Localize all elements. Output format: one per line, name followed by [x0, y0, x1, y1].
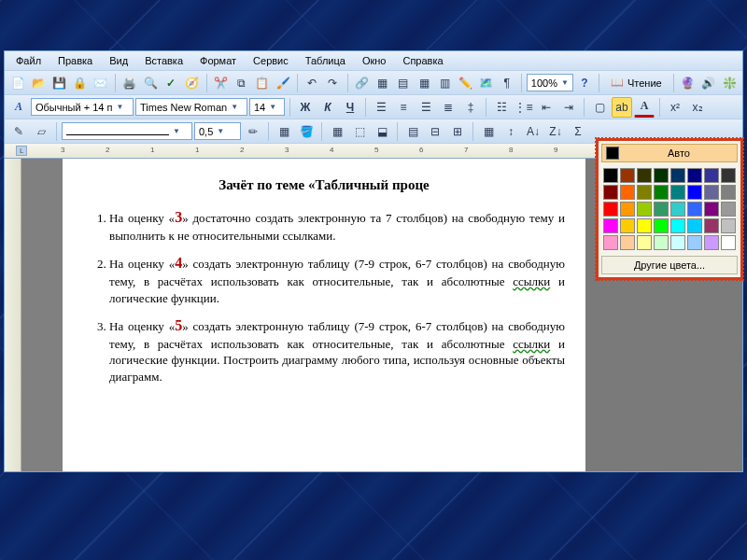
color-swatch[interactable] [670, 168, 685, 183]
open-button[interactable]: 📂 [29, 73, 48, 93]
autosum-button[interactable]: Σ [568, 121, 588, 142]
insert-excel-button[interactable]: ▦ [415, 73, 433, 93]
color-swatch[interactable] [687, 168, 702, 183]
color-swatch[interactable] [620, 168, 635, 183]
tables-borders-button[interactable]: ▦ [374, 73, 392, 93]
color-swatch[interactable] [704, 185, 719, 200]
style-combo[interactable]: Обычный + 14 п ▼ [31, 98, 134, 116]
menu-insert[interactable]: Вставка [137, 53, 190, 68]
color-swatch[interactable] [654, 235, 669, 250]
line-weight-combo[interactable]: 0,5 ▼ [194, 122, 241, 140]
bulleted-list-button[interactable]: ⋮≡ [514, 97, 534, 118]
distribute-cols-button[interactable]: ⊞ [447, 121, 468, 142]
color-swatch[interactable] [670, 218, 685, 233]
more-colors-button[interactable]: Другие цвета... [601, 256, 738, 274]
color-swatch[interactable] [687, 218, 702, 233]
color-swatch[interactable] [603, 218, 618, 233]
italic-button[interactable]: К [317, 97, 338, 118]
menu-table[interactable]: Таблица [298, 53, 353, 68]
translate-button[interactable]: 🔊 [699, 73, 718, 93]
color-swatch[interactable] [637, 185, 652, 200]
color-swatch[interactable] [687, 202, 702, 217]
format-painter-button[interactable]: 🖌️ [274, 73, 292, 93]
border-color-button[interactable]: ✏ [243, 121, 263, 142]
paste-button[interactable]: 📋 [253, 73, 272, 93]
color-swatch[interactable] [637, 235, 652, 250]
color-swatch[interactable] [637, 202, 652, 217]
color-swatch[interactable] [687, 185, 702, 200]
merge-cells-button[interactable]: ⬚ [349, 121, 370, 142]
color-swatch[interactable] [654, 185, 669, 200]
color-swatch[interactable] [620, 202, 635, 217]
superscript-button[interactable]: x² [665, 97, 685, 118]
mail-button[interactable]: ✉️ [92, 73, 110, 93]
menu-service[interactable]: Сервис [246, 53, 296, 68]
help-button[interactable]: ? [575, 73, 594, 93]
color-swatch[interactable] [670, 235, 685, 250]
color-swatch[interactable] [687, 235, 702, 250]
outside-border-button[interactable]: ▢ [589, 97, 610, 118]
insert-table-button2[interactable]: ▦ [327, 121, 347, 142]
hyperlink-button[interactable]: 🔗 [352, 73, 371, 93]
copy-button[interactable]: ⧉ [233, 73, 251, 93]
permission-button[interactable]: 🔒 [71, 73, 90, 93]
shading-color-button[interactable]: 🪣 [296, 121, 317, 142]
subscript-button[interactable]: x₂ [687, 97, 708, 118]
menu-view[interactable]: Вид [102, 53, 135, 68]
color-swatch[interactable] [721, 218, 736, 233]
menu-format[interactable]: Формат [192, 53, 244, 68]
align-cell-button[interactable]: ▤ [402, 121, 423, 142]
border-button[interactable]: ▦ [274, 121, 294, 142]
align-right-button[interactable]: ☰ [416, 97, 436, 118]
underline-button[interactable]: Ч [340, 97, 360, 118]
split-cells-button[interactable]: ⬓ [372, 121, 392, 142]
decrease-indent-button[interactable]: ⇤ [536, 97, 557, 118]
auto-color-button[interactable]: Авто [601, 144, 738, 162]
color-swatch[interactable] [603, 235, 618, 250]
menu-window[interactable]: Окно [355, 53, 394, 68]
color-swatch[interactable] [603, 185, 618, 200]
color-swatch[interactable] [704, 218, 719, 233]
drawing-toolbar-button[interactable]: ✏️ [456, 73, 474, 93]
zoom-combo[interactable]: 100% ▼ [527, 74, 573, 91]
font-size-combo[interactable]: 14 ▼ [249, 98, 285, 116]
text-direction-button[interactable]: ↕ [500, 121, 521, 142]
color-swatch[interactable] [637, 168, 652, 183]
color-swatch[interactable] [704, 202, 719, 217]
menu-help[interactable]: Справка [395, 53, 450, 68]
color-swatch[interactable] [637, 218, 652, 233]
color-swatch[interactable] [654, 202, 669, 217]
align-center-button[interactable]: ≡ [393, 97, 414, 118]
save-button[interactable]: 💾 [49, 73, 68, 93]
align-justify-button[interactable]: ≣ [438, 97, 458, 118]
font-combo[interactable]: Times New Roman ▼ [135, 98, 247, 116]
print-button[interactable]: 🖨️ [120, 73, 139, 93]
draw-table-button[interactable]: ✎ [8, 121, 29, 142]
color-swatch[interactable] [654, 218, 669, 233]
spellcheck-button[interactable]: ✓ [162, 73, 180, 93]
align-left-button[interactable]: ☰ [371, 97, 391, 118]
undo-button[interactable]: ↶ [303, 73, 321, 93]
research-pane-button[interactable]: 🔮 [679, 73, 698, 93]
eraser-button[interactable]: ▱ [31, 121, 51, 142]
print-preview-button[interactable]: 🔍 [141, 73, 160, 93]
sort-asc-button[interactable]: A↓ [523, 121, 543, 142]
autoformat-button[interactable]: ▦ [478, 121, 499, 142]
vertical-ruler[interactable] [5, 159, 21, 471]
color-swatch[interactable] [704, 235, 719, 250]
sort-desc-button[interactable]: Z↓ [545, 121, 566, 142]
distribute-rows-button[interactable]: ⊟ [425, 121, 445, 142]
color-swatch[interactable] [704, 168, 719, 183]
color-swatch[interactable] [620, 235, 635, 250]
color-swatch[interactable] [721, 202, 736, 217]
styles-pane-button[interactable]: A [8, 97, 29, 118]
color-swatch[interactable] [721, 235, 736, 250]
show-marks-button[interactable]: ¶ [498, 73, 516, 93]
document-page[interactable]: Зачёт по теме «Табличный проце На оценку… [63, 159, 585, 471]
color-swatch[interactable] [603, 202, 618, 217]
columns-button[interactable]: ▥ [435, 73, 454, 93]
increase-indent-button[interactable]: ⇥ [558, 97, 579, 118]
color-swatch[interactable] [670, 202, 685, 217]
research-button[interactable]: 🧭 [182, 73, 201, 93]
insert-table-button[interactable]: ▤ [394, 73, 413, 93]
